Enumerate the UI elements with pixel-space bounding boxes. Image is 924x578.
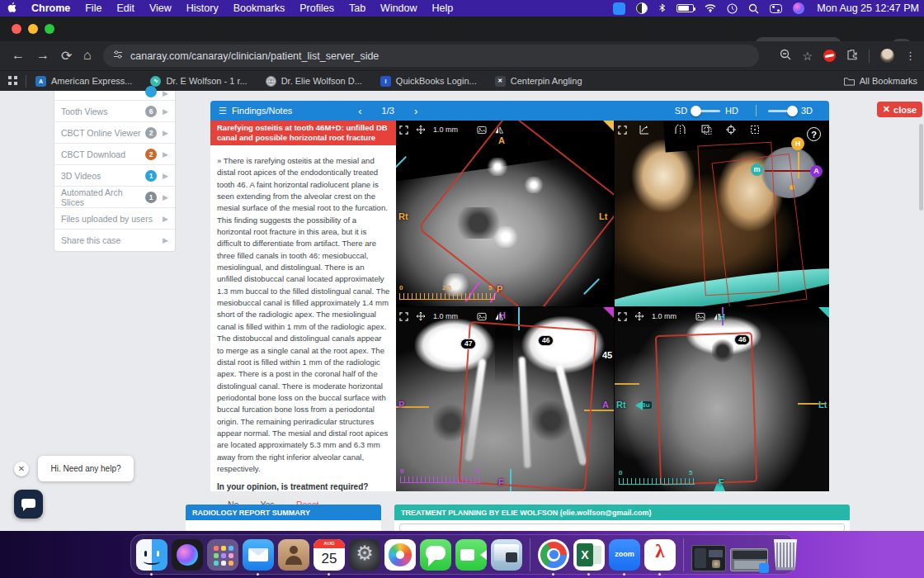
zoom-page-icon[interactable] — [780, 49, 791, 64]
page-scrollbar[interactable] — [919, 124, 923, 211]
menu-edit[interactable]: Edit — [109, 2, 142, 14]
forward-button[interactable]: → — [36, 48, 50, 63]
dock-messages-icon[interactable] — [420, 539, 451, 571]
apple-menu-icon[interactable] — [0, 2, 24, 16]
extensions-puzzle-icon[interactable] — [846, 49, 858, 64]
close-case-button[interactable]: ✕ close — [877, 102, 922, 117]
dock-chrome-icon[interactable] — [538, 539, 569, 571]
dock-finder-icon[interactable] — [136, 539, 167, 571]
menu-profiles[interactable]: Profiles — [292, 2, 342, 14]
zoom-menubar-icon[interactable] — [613, 2, 625, 15]
dock-minimized-window-1[interactable] — [691, 545, 726, 571]
menu-bookmarks[interactable]: Bookmarks — [226, 2, 293, 14]
siri-icon[interactable] — [793, 2, 804, 14]
pan-icon[interactable] — [416, 311, 426, 321]
chat-dismiss-button[interactable]: ✕ — [14, 462, 29, 476]
menu-window[interactable]: Window — [373, 2, 424, 14]
dock-settings-icon[interactable]: ⚙ — [349, 539, 380, 571]
slice-thickness-label[interactable]: 1.0 mm — [433, 312, 458, 320]
arch-slice-icon[interactable] — [675, 125, 686, 135]
menubar-clock[interactable]: Mon Aug 25 12:47 PM — [815, 2, 919, 14]
all-bookmarks-button[interactable]: All Bookmarks — [844, 76, 917, 86]
bookmark-centerpin[interactable]: ✕ Centerpin Angling — [486, 76, 592, 87]
sidebar-item-cbct-download[interactable]: CBCT Download 2 ▶ — [54, 144, 175, 165]
fullscreen-icon[interactable] — [618, 126, 627, 135]
treatment-planning-header[interactable]: TREATMENT PLANNING BY ELIE WOLFSON (elie… — [394, 505, 850, 520]
sagittal-view[interactable]: 1.0 mm 47 46 45 H P A F 0 5 — [396, 307, 614, 491]
menu-tab[interactable]: Tab — [342, 2, 373, 14]
battery-icon[interactable] — [676, 4, 694, 12]
apps-grid-icon[interactable] — [0, 76, 26, 87]
menu-view[interactable]: View — [142, 2, 179, 14]
sidebar-item-partial[interactable]: ▶ — [54, 91, 175, 101]
bookmark-star-icon[interactable]: ☆ — [802, 50, 813, 63]
sidebar-item-share-case[interactable]: Share this case ▶ — [54, 230, 175, 251]
dock-contacts-icon[interactable] — [278, 539, 309, 571]
3d-toggle[interactable] — [768, 110, 796, 112]
fullscreen-icon[interactable] — [399, 126, 408, 135]
dock-zoom-icon[interactable]: zoom — [609, 539, 640, 571]
wifi-icon[interactable] — [705, 4, 716, 12]
marker-a[interactable]: A — [810, 165, 823, 178]
pan-icon[interactable] — [634, 311, 644, 321]
dock-photos-icon[interactable] — [384, 539, 416, 571]
dock-mail-icon[interactable] — [243, 539, 274, 571]
sidebar-item-files-uploaded[interactable]: Files uploaded by users ▶ — [54, 208, 175, 230]
menu-file[interactable]: File — [78, 2, 109, 14]
menu-help[interactable]: Help — [425, 2, 461, 14]
home-button[interactable]: ⌂ — [83, 48, 92, 63]
extension-trendmicro-icon[interactable] — [823, 50, 836, 62]
dock-desktop-preview-icon[interactable] — [491, 539, 522, 571]
axial-view[interactable]: 1.0 mm A Rt Lt P 0 2.5 5 — [396, 121, 614, 306]
dock-acrobat-icon[interactable]: λ — [644, 539, 676, 571]
slice-thickness-label[interactable]: 1.0 mm — [433, 126, 458, 134]
sidebar-item-automated-arch-slices[interactable]: Automated Arch Slices 1 ▶ — [54, 187, 175, 208]
address-bar[interactable]: canaray.com/canaray/clinician/patient_li… — [103, 45, 759, 67]
dock-trash-icon[interactable] — [772, 539, 799, 571]
bookmark-quickbooks[interactable]: I QuickBooks Login... — [371, 76, 486, 87]
target-icon[interactable] — [726, 125, 736, 135]
bluetooth-icon[interactable] — [658, 3, 666, 14]
chat-launcher-button[interactable] — [14, 490, 43, 519]
site-settings-icon[interactable] — [113, 50, 123, 62]
render-3d-view[interactable]: H m A ? — [615, 121, 829, 306]
window-zoom-button[interactable] — [45, 24, 54, 34]
bookmark-amex[interactable]: A American Express... — [26, 76, 141, 87]
flip-icon[interactable] — [713, 312, 723, 321]
layers-icon[interactable] — [701, 125, 712, 135]
back-button[interactable]: ← — [12, 48, 25, 63]
snapshot-icon[interactable] — [477, 312, 487, 321]
bookmark-dr-e-wolfson[interactable]: ∿ Dr. E Wolfson - 1 r... — [141, 76, 256, 87]
menu-history[interactable]: History — [179, 2, 226, 14]
fullscreen-icon[interactable] — [618, 312, 627, 321]
reload-button[interactable]: ⟳ — [61, 48, 72, 64]
dock-siri-icon[interactable] — [172, 539, 203, 571]
sidebar-item-3d-videos[interactable]: 3D Videos 1 ▶ — [54, 165, 175, 187]
status-app-icon[interactable] — [636, 2, 648, 14]
next-finding-button[interactable]: › — [414, 105, 417, 117]
dock-minimized-window-2[interactable] — [730, 548, 768, 571]
pan-icon[interactable] — [416, 125, 426, 135]
crop-box-icon[interactable] — [750, 125, 760, 135]
menu-chrome[interactable]: Chrome — [24, 2, 78, 14]
fullscreen-icon[interactable] — [399, 312, 408, 321]
flip-icon[interactable] — [494, 126, 504, 135]
sd-hd-toggle[interactable] — [692, 110, 720, 112]
coronal-view[interactable]: 1.0 mm 46 H Rt Bu Lt F 0 5 — [615, 307, 829, 491]
radiology-report-header[interactable]: RADIOLOGY REPORT SUMMARY — [186, 505, 381, 520]
snapshot-icon[interactable] — [477, 126, 487, 135]
sidebar-item-tooth-views[interactable]: Tooth Views 6 ▶ — [54, 101, 175, 122]
rotate-icon[interactable] — [639, 125, 649, 135]
clock-status-icon[interactable] — [727, 3, 738, 14]
bookmark-dr-elie-wolfson[interactable]: Dr. Elie Wolfson D... — [257, 76, 371, 87]
slice-thickness-label[interactable]: 1.0 mm — [652, 312, 676, 320]
sidebar-item-cbct-online-viewer[interactable]: CBCT Online Viewer 2 ▶ — [54, 122, 175, 144]
chrome-menu-icon[interactable]: ⋮ — [905, 50, 916, 62]
chat-greeting-bubble[interactable]: Hi. Need any help? — [38, 456, 134, 481]
window-close-button[interactable] — [12, 24, 21, 34]
dock-excel-icon[interactable]: X — [573, 539, 605, 571]
profile-avatar[interactable] — [880, 49, 894, 63]
dock-calendar-icon[interactable]: AUG 25 — [314, 539, 345, 571]
spotlight-icon[interactable] — [748, 3, 759, 14]
window-minimize-button[interactable] — [28, 24, 38, 34]
